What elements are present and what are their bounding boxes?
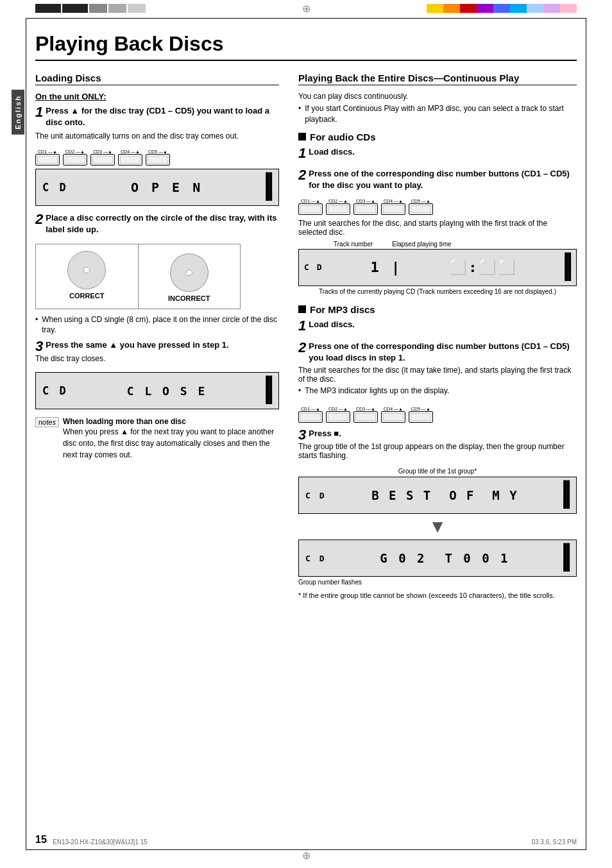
- lcd-g002-display: C D G 0 2 T 0 0 1 ██████████: [298, 540, 577, 577]
- step1-block: 1 Press ▲ for the disc tray (CD1 – CD5) …: [35, 105, 279, 142]
- disc-inner-incorrect: [185, 268, 193, 277]
- track-number-label: Track number: [334, 241, 373, 248]
- color-orange: [443, 4, 460, 13]
- side-label: English: [12, 90, 24, 135]
- step3-text: Press the same ▲ you have pressed in ste…: [46, 339, 279, 351]
- mp3-step3-sub: The group title of the 1st group appears…: [298, 442, 577, 460]
- cd4-tray: CD4 —▲: [118, 149, 142, 166]
- audio-step1-num: 1: [298, 146, 306, 160]
- color-yellow: [427, 4, 443, 13]
- color-block-black: [35, 4, 61, 13]
- left-column: Loading Discs On the unit ONLY: 1 Press …: [35, 72, 279, 600]
- audio-step2: 2 Press one of the corresponding disc nu…: [298, 168, 577, 191]
- audio-step2-num: 2: [298, 168, 306, 182]
- mp3-step1: 1 Load discs.: [298, 319, 577, 333]
- two-column-layout: Loading Discs On the unit ONLY: 1 Press …: [35, 72, 577, 600]
- search-text: The unit searches for the disc, and star…: [298, 219, 577, 237]
- audio-step2-text: Press one of the corresponding disc numb…: [309, 168, 577, 191]
- top-bar-right: [427, 4, 577, 13]
- mp3-label: For MP3 discs: [310, 304, 375, 315]
- cd1-tray: CD1 —▲: [35, 149, 60, 166]
- intro-text: You can play discs continuously.: [298, 92, 577, 101]
- mp3-step1-text: Load discs.: [309, 319, 577, 330]
- audio-step1-text: Load discs.: [309, 146, 577, 158]
- cd2-tray: CD2 —▲: [63, 149, 87, 166]
- lcd-best-display: C D B E S T O F M Y ██████████: [298, 477, 577, 514]
- track-display-section: Track number Elapsed playing time C D 1 …: [298, 241, 577, 295]
- mp3-step2-sub1: The unit searches for the disc (it may t…: [298, 366, 577, 384]
- audio-cd-tray-row: CD1 —▲ CD2 —▲ CD3 —▲ CD4 —▲ CD5 —▲: [298, 199, 577, 215]
- mp3-step2-bullet: • The MP3 indicator lights up on the dis…: [298, 386, 577, 396]
- notes-box: notes When loading more than one disc Wh…: [35, 417, 279, 461]
- color-block-llgray: [128, 4, 146, 13]
- color-block-gray: [89, 4, 107, 13]
- step3-block: 3 Press the same ▲ you have pressed in s…: [35, 339, 279, 364]
- color-pink: [560, 4, 577, 13]
- r-cd3: CD3 —▲: [353, 199, 378, 215]
- disc-incorrect-cell: INCORRECT: [139, 244, 241, 309]
- group-flashes-label: Group number flashes: [298, 579, 577, 586]
- mp3-step2-num: 2: [298, 341, 306, 355]
- center-reg-mark: ⊕: [302, 3, 310, 15]
- mp3-square-icon: [298, 305, 306, 313]
- tracks-caption: Tracks of the currently playing CD (Trac…: [298, 288, 577, 295]
- disc-correct-circle: [67, 251, 106, 289]
- mp3-cd4: CD4 —▲: [381, 407, 405, 423]
- correct-label: CORRECT: [69, 292, 104, 300]
- mp3-cd1: CD1 —▲: [298, 407, 323, 423]
- r-cd4: CD4 —▲: [381, 199, 405, 215]
- notes-icon: notes: [35, 417, 59, 427]
- cd5-tray: CD5 —▲: [146, 149, 170, 166]
- bullet-cd-single: • When using a CD single (8 cm), place i…: [35, 314, 279, 336]
- footnote: * If the entire group title cannot be sh…: [298, 591, 577, 600]
- mp3-step2-text: Press one of the corresponding disc numb…: [309, 341, 577, 364]
- group-title-label: Group title of the 1st group*: [298, 468, 577, 475]
- disc-incorrect-circle: [164, 248, 214, 297]
- step3-subtext: The disc tray closes.: [35, 353, 279, 364]
- disc-inner-correct: [83, 267, 90, 273]
- mp3-header: For MP3 discs: [298, 304, 577, 315]
- color-block-lgray: [108, 4, 126, 13]
- right-bullet1: • If you start Continuous Play with an M…: [298, 103, 577, 125]
- audio-cd-label: For audio CDs: [310, 132, 376, 142]
- page-number: 15: [35, 834, 47, 846]
- audio-cd-header: For audio CDs: [298, 132, 577, 142]
- notes-title: When loading more than one disc: [63, 417, 279, 426]
- r-cd2: CD2 —▲: [326, 199, 350, 215]
- audio-step1: 1 Load discs.: [298, 146, 577, 160]
- square-icon: [298, 133, 306, 140]
- main-title: Playing Back Discs: [35, 32, 577, 61]
- color-red: [460, 4, 477, 13]
- notes-text: When you press ▲ for the next tray you w…: [63, 426, 279, 461]
- color-lavender: [543, 4, 560, 13]
- step2-number: 2: [35, 212, 43, 226]
- arrow-down: ▼: [298, 516, 577, 537]
- border-right: [586, 18, 586, 850]
- color-cyan: [510, 4, 527, 13]
- mp3-cd-tray-row: CD1 —▲ CD2 —▲ CD3 —▲ CD4 —▲ CD5 —▲: [298, 407, 577, 423]
- right-column: Playing Back the Entire Discs—Continuous…: [298, 72, 577, 600]
- mp3-step3-text: Press ■.: [309, 428, 577, 439]
- color-purple: [477, 4, 493, 13]
- border-left: [26, 18, 26, 850]
- mp3-step1-num: 1: [298, 319, 306, 333]
- cd3-tray: CD3 —▲: [90, 149, 115, 166]
- footer-left: EN13-20.HX-Z10&30[W&UJ]1 15: [53, 838, 148, 846]
- color-block-black2: [62, 4, 88, 13]
- mp3-step2: 2 Press one of the corresponding disc nu…: [298, 341, 577, 399]
- mp3-cd3: CD3 —▲: [353, 407, 378, 423]
- border-top: [26, 18, 586, 19]
- footer-right: 03.3.6, 5:23 PM: [531, 838, 577, 846]
- loading-discs-header: Loading Discs: [35, 72, 279, 85]
- mp3-step3: 3 Press ■. The group title of the 1st gr…: [298, 428, 577, 460]
- elapsed-time-label: Elapsed playing time: [392, 241, 451, 248]
- track-lcd-display: C D 1 | ⬜:⬜⬜ ██████████: [298, 249, 577, 286]
- step2-block: 2 Place a disc correctly on the circle o…: [35, 212, 279, 235]
- lcd-open-display: C D O P E N ██████████: [35, 169, 279, 206]
- bottom-reg-mark: ⊕: [302, 849, 310, 862]
- step1-subtext: The unit automatically turns on and the …: [35, 131, 279, 142]
- cd-tray-row-step1: CD1 —▲ CD2 —▲ CD3 —▲ CD4 —▲ CD5 —▲: [35, 149, 279, 166]
- r-cd1: CD1 —▲: [298, 199, 323, 215]
- continuous-play-header: Playing Back the Entire Discs—Continuous…: [298, 72, 577, 85]
- disc-correct-incorrect-image: CORRECT INCORRECT: [35, 244, 241, 309]
